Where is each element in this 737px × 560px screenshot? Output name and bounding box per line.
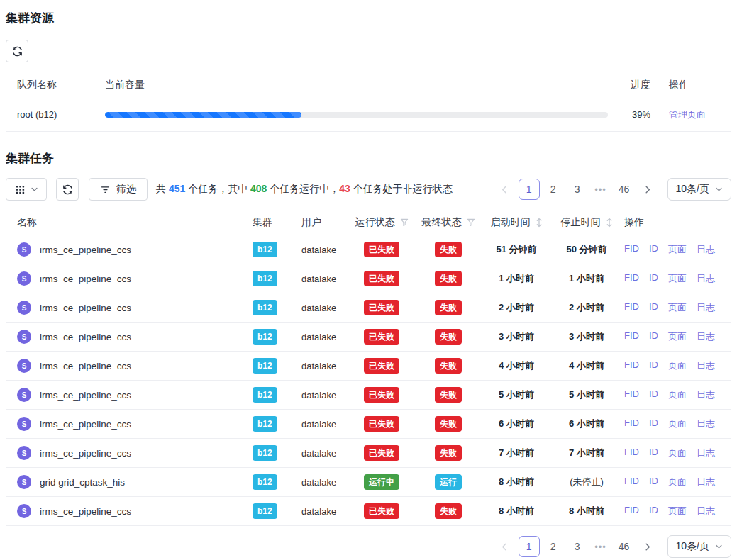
run-status-header: 运行状态 xyxy=(355,216,395,229)
final-status-badge: 失败 xyxy=(435,329,462,345)
tasks-table-header: 名称 集群 用户 运行状态 最终状态 启动时间 停止时间 xyxy=(6,210,731,235)
action-link-id[interactable]: ID xyxy=(649,418,658,430)
refresh-tasks-button[interactable] xyxy=(56,178,79,201)
final-status-badge: 失败 xyxy=(435,416,462,432)
action-link-fid[interactable]: FID xyxy=(624,388,639,401)
action-link-page[interactable]: 页面 xyxy=(668,476,687,488)
final-status-filter-icon[interactable] xyxy=(467,218,475,227)
action-link-log[interactable]: 日志 xyxy=(697,243,715,256)
stop-time: 6 小时前 xyxy=(552,418,621,430)
action-link-id[interactable]: ID xyxy=(649,243,658,256)
page-number-3[interactable]: 3 xyxy=(567,179,588,200)
action-link-log[interactable]: 日志 xyxy=(697,447,715,459)
action-link-fid[interactable]: FID xyxy=(624,476,639,488)
action-link-log[interactable]: 日志 xyxy=(697,272,715,285)
run-status-badge: 已失败 xyxy=(364,300,399,315)
action-link-fid[interactable]: FID xyxy=(624,330,639,343)
user-name: datalake xyxy=(298,419,348,430)
action-link-page[interactable]: 页面 xyxy=(668,359,687,372)
page-number-46[interactable]: 46 xyxy=(614,536,635,557)
column-settings-button[interactable] xyxy=(6,178,47,201)
prev-page-button[interactable] xyxy=(494,179,516,200)
summary-segment: 408 xyxy=(250,183,267,194)
task-name: irms_ce_pipeline_ccs xyxy=(40,419,131,430)
cluster-badge: b12 xyxy=(253,445,277,461)
action-link-id[interactable]: ID xyxy=(649,272,658,285)
action-link-id[interactable]: ID xyxy=(649,476,658,488)
pagination-top: 1 2 3 ••• 46 10条/页 xyxy=(494,178,731,201)
run-status-filter-icon[interactable] xyxy=(400,218,409,227)
action-link-page[interactable]: 页面 xyxy=(668,330,687,343)
start-time: 5 小时前 xyxy=(481,388,552,401)
action-link-id[interactable]: ID xyxy=(649,359,658,372)
action-link-log[interactable]: 日志 xyxy=(697,359,715,372)
manage-page-link[interactable]: 管理页面 xyxy=(669,109,706,120)
action-link-log[interactable]: 日志 xyxy=(697,388,715,401)
actions-header: 操作 xyxy=(621,216,731,229)
action-link-id[interactable]: ID xyxy=(649,301,658,314)
action-link-page[interactable]: 页面 xyxy=(668,388,687,401)
user-header: 用户 xyxy=(298,216,348,229)
prev-page-button[interactable] xyxy=(494,536,516,557)
user-name: datalake xyxy=(298,303,348,313)
progress-header: 进度 xyxy=(614,79,653,91)
page-number-46[interactable]: 46 xyxy=(614,179,635,200)
next-page-button[interactable] xyxy=(638,536,659,557)
action-link-id[interactable]: ID xyxy=(649,447,658,459)
page-number-2[interactable]: 2 xyxy=(543,179,564,200)
action-link-page[interactable]: 页面 xyxy=(668,301,687,314)
page-size-select[interactable]: 10条/页 xyxy=(667,178,731,201)
summary-segment: 451 xyxy=(169,183,185,194)
action-link-fid[interactable]: FID xyxy=(624,272,639,285)
avatar: S xyxy=(17,330,31,344)
start-time-sort-icon[interactable] xyxy=(536,218,543,228)
action-link-page[interactable]: 页面 xyxy=(668,447,687,459)
action-link-id[interactable]: ID xyxy=(649,505,658,517)
stop-time: 7 小时前 xyxy=(552,447,621,459)
action-link-log[interactable]: 日志 xyxy=(697,476,715,488)
refresh-resources-button[interactable] xyxy=(6,40,28,62)
action-link-log[interactable]: 日志 xyxy=(697,505,715,517)
table-row: S grid grid_cptask_his b12 datalake 运行中 … xyxy=(6,468,731,497)
actions-header: 操作 xyxy=(653,79,731,91)
action-link-page[interactable]: 页面 xyxy=(668,418,687,430)
user-name: datalake xyxy=(298,448,348,459)
start-time-header: 启动时间 xyxy=(491,216,531,229)
action-link-fid[interactable]: FID xyxy=(624,301,639,314)
action-link-page[interactable]: 页面 xyxy=(668,243,687,256)
user-name: datalake xyxy=(298,390,348,401)
cluster-badge: b12 xyxy=(253,416,277,432)
page-size-select[interactable]: 10条/页 xyxy=(667,535,731,558)
page-number-3[interactable]: 3 xyxy=(567,536,588,557)
action-link-fid[interactable]: FID xyxy=(624,418,639,430)
page-ellipsis[interactable]: ••• xyxy=(591,184,611,195)
cluster-badge: b12 xyxy=(253,387,277,403)
start-time: 8 小时前 xyxy=(481,476,552,488)
action-link-id[interactable]: ID xyxy=(649,330,658,343)
stop-time-sort-icon[interactable] xyxy=(606,218,613,228)
action-link-fid[interactable]: FID xyxy=(624,447,639,459)
start-time: 8 小时前 xyxy=(481,505,552,517)
table-row: S irms_ce_pipeline_ccs b12 datalake 已失败 … xyxy=(6,497,731,526)
action-link-fid[interactable]: FID xyxy=(624,505,639,517)
page-number-1[interactable]: 1 xyxy=(519,536,540,557)
page-ellipsis[interactable]: ••• xyxy=(591,542,611,552)
action-link-fid[interactable]: FID xyxy=(624,359,639,372)
stop-time: 50 分钟前 xyxy=(552,243,621,256)
page-number-2[interactable]: 2 xyxy=(543,536,564,557)
action-link-log[interactable]: 日志 xyxy=(697,418,715,430)
user-name: datalake xyxy=(298,506,348,517)
filter-button[interactable]: 筛选 xyxy=(89,178,148,201)
final-status-badge: 失败 xyxy=(435,271,462,286)
capacity-header: 当前容量 xyxy=(105,79,614,91)
action-link-log[interactable]: 日志 xyxy=(697,301,715,314)
action-link-page[interactable]: 页面 xyxy=(668,272,687,285)
next-page-button[interactable] xyxy=(638,179,659,200)
action-link-log[interactable]: 日志 xyxy=(697,330,715,343)
action-link-page[interactable]: 页面 xyxy=(668,505,687,517)
run-status-badge: 运行中 xyxy=(364,474,399,490)
action-link-id[interactable]: ID xyxy=(649,388,658,401)
cluster-badge: b12 xyxy=(253,503,277,519)
action-link-fid[interactable]: FID xyxy=(624,243,639,256)
page-number-1[interactable]: 1 xyxy=(519,179,540,200)
